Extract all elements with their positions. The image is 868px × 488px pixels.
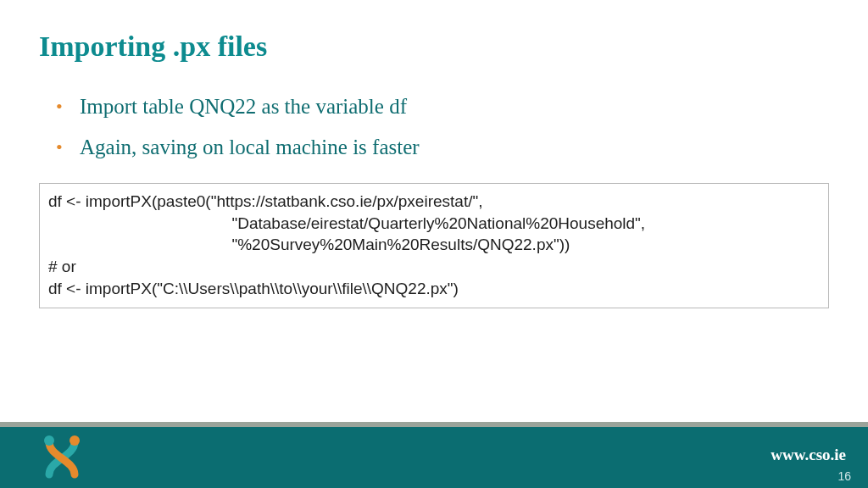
cso-logo-icon [34, 430, 90, 486]
bullet-text: Again, saving on local machine is faster [80, 134, 420, 161]
code-block: df <- importPX(paste0("https://statbank.… [39, 183, 829, 308]
bullet-icon: • [56, 134, 80, 161]
list-item: • Again, saving on local machine is fast… [56, 134, 802, 161]
bullet-text: Import table QNQ22 as the variable df [80, 93, 407, 120]
bullet-icon: • [56, 93, 80, 120]
footer-bar: www.cso.ie 16 [0, 427, 868, 488]
list-item: • Import table QNQ22 as the variable df [56, 93, 802, 120]
slide: Importing .px files • Import table QNQ22… [0, 0, 868, 488]
svg-point-1 [70, 435, 80, 446]
svg-point-0 [44, 435, 54, 446]
page-number: 16 [837, 469, 851, 483]
slide-title: Importing .px files [39, 30, 267, 63]
slide-footer: www.cso.ie 16 [0, 422, 868, 488]
bullet-list: • Import table QNQ22 as the variable df … [56, 93, 802, 175]
footer-url: www.cso.ie [771, 446, 846, 464]
